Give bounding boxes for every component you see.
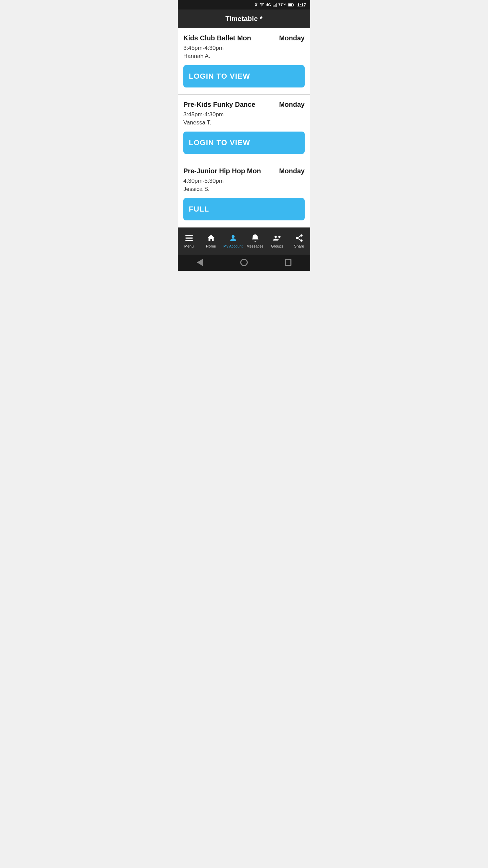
status-bar: ✗ 4G 77% 1:17: [178, 0, 310, 9]
class-name-2: Pre-Kids Funky Dance: [183, 101, 276, 108]
class-name-3: Pre-Junior Hip Hop Mon: [183, 167, 276, 175]
share-icon: [294, 234, 304, 242]
svg-point-7: [274, 236, 277, 238]
class-card-1: Kids Club Ballet Mon Monday 3:45pm-4:30p…: [178, 28, 310, 95]
recents-button[interactable]: [283, 258, 293, 267]
account-icon: [228, 234, 238, 242]
nav-label-groups: Groups: [271, 244, 283, 248]
signal-icon: [273, 3, 277, 7]
svg-rect-5: [185, 240, 193, 241]
svg-point-6: [231, 235, 235, 238]
back-button[interactable]: [195, 258, 205, 267]
class-card-header-2: Pre-Kids Funky Dance Monday: [183, 101, 305, 108]
class-day-2: Monday: [279, 101, 305, 108]
page-title: Timetable *: [225, 15, 263, 22]
svg-line-12: [298, 238, 300, 240]
wifi-icon: [260, 3, 264, 7]
class-name-1: Kids Club Ballet Mon: [183, 34, 276, 42]
battery-percent: 77%: [278, 2, 286, 7]
nav-item-my-account[interactable]: My Account: [222, 234, 244, 248]
svg-rect-3: [185, 235, 193, 236]
bluetooth-icon: ✗: [254, 2, 258, 7]
svg-point-9: [300, 234, 303, 237]
nav-item-menu[interactable]: Menu: [178, 234, 200, 248]
nav-item-groups[interactable]: Groups: [266, 234, 288, 248]
class-list: Kids Club Ballet Mon Monday 3:45pm-4:30p…: [178, 28, 310, 228]
login-to-view-button-1[interactable]: LOGIN TO VIEW: [183, 65, 305, 87]
class-instructor-1: Hannah A.: [183, 53, 305, 60]
network-label: 4G: [266, 3, 271, 7]
status-time: 1:17: [297, 2, 306, 7]
groups-icon: [272, 234, 282, 242]
svg-point-11: [300, 239, 303, 242]
svg-line-13: [298, 236, 300, 237]
login-to-view-button-2[interactable]: LOGIN TO VIEW: [183, 132, 305, 154]
nav-label-my-account: My Account: [223, 244, 243, 248]
class-instructor-2: Vanessa T.: [183, 119, 305, 126]
nav-item-share[interactable]: Share: [288, 234, 310, 248]
nav-item-home[interactable]: Home: [200, 234, 222, 248]
class-instructor-3: Jessica S.: [183, 186, 305, 193]
full-button-3[interactable]: FULL: [183, 198, 305, 220]
svg-rect-2: [288, 4, 292, 5]
home-icon: [206, 234, 216, 242]
svg-rect-4: [185, 237, 193, 238]
class-time-3: 4:30pm-5:30pm: [183, 178, 305, 184]
nav-item-messages[interactable]: Messages: [244, 234, 266, 248]
class-time-2: 3:45pm-4:30pm: [183, 111, 305, 118]
nav-label-messages: Messages: [246, 244, 263, 248]
class-card-2: Pre-Kids Funky Dance Monday 3:45pm-4:30p…: [178, 95, 310, 161]
bell-icon: [250, 234, 260, 242]
nav-label-menu: Menu: [184, 244, 194, 248]
status-icons: ✗ 4G 77% 1:17: [254, 2, 306, 7]
svg-point-10: [296, 237, 298, 239]
nav-label-home: Home: [206, 244, 216, 248]
nav-label-share: Share: [294, 244, 304, 248]
system-bar: [178, 255, 310, 271]
svg-rect-1: [293, 4, 294, 5]
class-card-header-1: Kids Club Ballet Mon Monday: [183, 34, 305, 42]
class-time-1: 3:45pm-4:30pm: [183, 45, 305, 52]
svg-point-8: [278, 236, 281, 238]
class-day-3: Monday: [279, 167, 305, 175]
class-card-header-3: Pre-Junior Hip Hop Mon Monday: [183, 167, 305, 175]
menu-icon: [184, 234, 194, 242]
battery-icon: [288, 3, 294, 7]
class-card-3: Pre-Junior Hip Hop Mon Monday 4:30pm-5:3…: [178, 161, 310, 228]
page-header: Timetable *: [178, 9, 310, 28]
home-button[interactable]: [239, 258, 249, 267]
class-day-1: Monday: [279, 34, 305, 42]
bottom-nav: Menu Home My Account Messages: [178, 228, 310, 255]
